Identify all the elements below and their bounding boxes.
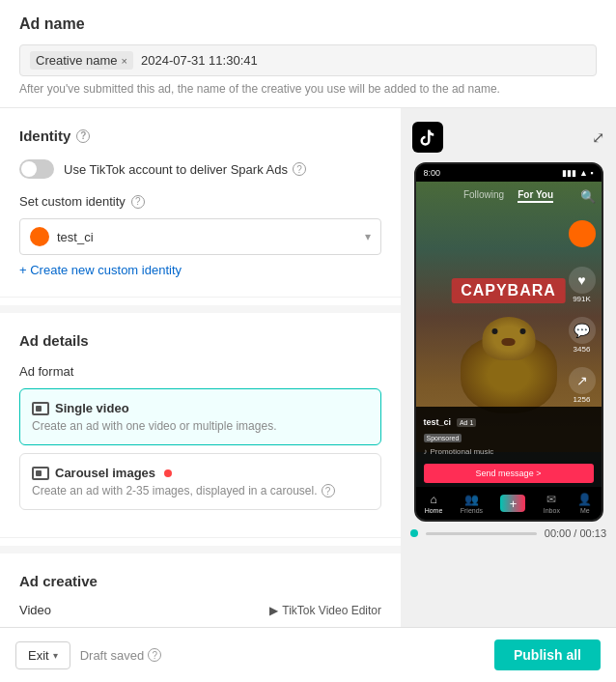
capybara-body <box>461 336 557 413</box>
capybara-nose <box>502 338 516 346</box>
progress-track[interactable] <box>426 532 537 535</box>
progress-bar-row: 00:00 / 00:13 <box>410 527 606 539</box>
right-actions: ♥ 991K 💬 3456 ↗ 1256 <box>569 220 596 404</box>
draft-info-icon[interactable]: ? <box>148 648 161 662</box>
like-action[interactable]: ♥ 991K <box>569 267 596 303</box>
exit-chevron-icon: ▾ <box>53 650 58 661</box>
nav-me[interactable]: 👤 Me <box>577 493 592 514</box>
like-icon: ♥ <box>569 267 596 294</box>
share-action[interactable]: ↗ 1256 <box>569 367 596 404</box>
home-icon: ⌂ <box>430 493 436 506</box>
carousel-info-icon[interactable]: ? <box>322 484 335 497</box>
spark-ads-info-icon[interactable]: ? <box>293 162 306 176</box>
following-tab[interactable]: Following <box>463 189 504 203</box>
share-icon: ↗ <box>569 367 596 394</box>
video-row-header: Video ▶ TikTok Video Editor <box>19 603 381 617</box>
expand-icon[interactable]: ⤢ <box>592 128 604 147</box>
nav-friends[interactable]: 👥 Friends <box>461 493 483 514</box>
inbox-icon: ✉ <box>546 493 556 506</box>
carousel-new-dot <box>164 469 172 477</box>
identity-section: Identity ? Use TikTok account to deliver… <box>0 108 401 298</box>
creative-name-close[interactable]: × <box>122 55 127 67</box>
ad-name-bar: Creative name × 2024-07-31 11:30:41 <box>19 44 597 76</box>
ad-name-hint: After you've submitted this ad, the name… <box>19 82 597 96</box>
bottom-overlay: test_ci Ad 1 Sponsored ♪ Promotional mus… <box>416 407 602 520</box>
ad-details-title: Ad details <box>19 332 381 349</box>
exit-button[interactable]: Exit ▾ <box>15 641 70 669</box>
phone-frame: 8:00 ▮▮▮ ▲ ▪ <box>414 162 603 522</box>
identity-avatar <box>30 227 49 246</box>
capybara-eye-left <box>491 328 497 334</box>
custom-identity-info-icon[interactable]: ? <box>131 195 145 209</box>
identity-select[interactable]: test_ci ▾ <box>19 218 381 255</box>
identity-title: Identity ? <box>19 128 381 144</box>
progress-time: 00:00 / 00:13 <box>545 527 606 539</box>
progress-dot <box>410 529 418 537</box>
comment-action[interactable]: 💬 3456 <box>569 317 596 354</box>
creative-name-tag[interactable]: Creative name × <box>30 51 133 70</box>
toggle-knob <box>21 161 37 177</box>
spark-ads-toggle-row: Use TikTok account to deliver Spark Ads … <box>19 159 381 179</box>
section-divider-2 <box>0 546 401 554</box>
single-video-icon <box>32 402 49 415</box>
friends-icon: 👥 <box>464 493 479 506</box>
format-single-video-desc: Create an ad with one video or multiple … <box>32 419 369 433</box>
phone-video-content: Following For You 🔍 CAPYBARA ♥ 991K <box>416 182 602 520</box>
nav-home[interactable]: ⌂ Home <box>425 493 443 514</box>
ad-details-section: Ad details Ad format Single video Create… <box>0 313 401 538</box>
video-editor-icon: ▶ <box>269 604 278 617</box>
spark-ads-label: Use TikTok account to deliver Spark Ads … <box>64 162 306 177</box>
like-count: 991K <box>573 295 591 303</box>
nav-tabs: Following For You <box>416 189 602 203</box>
section-divider-1 <box>0 305 401 313</box>
publish-button[interactable]: Publish all <box>494 639 601 670</box>
send-message-button[interactable]: Send message > <box>424 464 594 483</box>
ad-creative-section: Ad creative Video ▶ TikTok Video Editor … <box>0 554 401 627</box>
preview-header: ⤢ <box>410 118 606 156</box>
add-icon: + <box>500 495 525 512</box>
ad-creative-title: Ad creative <box>19 573 381 589</box>
left-panel: Identity ? Use TikTok account to deliver… <box>0 108 401 627</box>
format-single-video-title: Single video <box>32 401 369 415</box>
nav-inbox[interactable]: ✉ Inbox <box>544 493 560 514</box>
custom-identity-row: Set custom identity ? <box>19 194 381 209</box>
phone-status-bar: 8:00 ▮▮▮ ▲ ▪ <box>416 164 602 182</box>
status-time: 8:00 <box>424 168 441 178</box>
profile-dot[interactable] <box>569 220 596 247</box>
phone-nav-bar: ⌂ Home 👥 Friends + ✉ <box>416 487 602 520</box>
nav-add[interactable]: + <box>500 495 525 512</box>
carousel-icon <box>32 467 49 480</box>
account-info: test_ci Ad 1 Sponsored <box>416 407 602 447</box>
format-carousel-title: Carousel images <box>32 466 369 480</box>
capybara-head <box>482 317 535 360</box>
ad-name-date: 2024-07-31 11:30:41 <box>141 53 258 68</box>
spark-ads-toggle[interactable] <box>19 159 54 179</box>
preview-panel: ⤢ 8:00 ▮▮▮ ▲ ▪ <box>401 108 616 627</box>
identity-info-icon[interactable]: ? <box>76 129 90 143</box>
ad-badge: Ad 1 <box>457 418 476 427</box>
format-carousel-desc: Create an ad with 2-35 images, displayed… <box>32 484 369 497</box>
bottom-bar: Exit ▾ Draft saved ? Publish all <box>0 627 616 682</box>
ad-format-label: Ad format <box>19 364 381 379</box>
search-icon[interactable]: 🔍 <box>580 189 596 204</box>
music-note-icon: ♪ <box>424 447 428 456</box>
account-name: test_ci <box>424 417 452 427</box>
format-carousel-images[interactable]: Carousel images Create an ad with 2-35 i… <box>19 453 381 510</box>
create-identity-link[interactable]: + Create new custom identity <box>19 263 381 277</box>
promo-music: ♪ Promotional music <box>416 447 602 460</box>
tiktok-logo <box>412 122 443 153</box>
capybara-eye-right <box>519 328 525 334</box>
sponsored-badge: Sponsored <box>424 434 462 442</box>
tiktok-editor-link[interactable]: ▶ TikTok Video Editor <box>269 604 381 617</box>
creative-name-label: Creative name <box>36 53 118 68</box>
page-title: Ad name <box>19 15 597 33</box>
draft-saved-status: Draft saved ? <box>80 648 161 663</box>
identity-chevron-icon: ▾ <box>365 230 371 243</box>
identity-name: test_ci <box>57 230 357 244</box>
comment-count: 3456 <box>574 345 591 354</box>
video-label: Video <box>19 603 51 617</box>
format-single-video[interactable]: Single video Create an ad with one video… <box>19 388 381 445</box>
comment-icon: 💬 <box>569 317 596 344</box>
capybara-title-overlay: CAPYBARA <box>451 278 566 303</box>
for-you-tab[interactable]: For You <box>518 189 553 203</box>
